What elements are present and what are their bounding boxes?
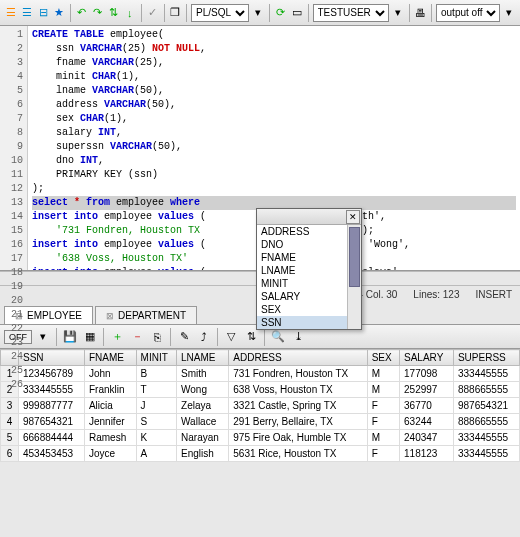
autocomplete-item[interactable]: MINIT [257,277,347,290]
dropdown3-icon[interactable]: ▾ [502,4,516,22]
column-header[interactable]: SSN [19,350,85,366]
undo-icon[interactable]: ↶ [75,4,89,22]
redo-icon[interactable]: ↷ [91,4,105,22]
refresh-icon[interactable]: ⟳ [274,4,288,22]
copy-icon[interactable]: ❐ [168,4,182,22]
language-select[interactable]: PL/SQL [191,4,249,22]
status-mode: INSERT [476,289,513,300]
down-icon[interactable]: ↓ [123,4,137,22]
goto-icon[interactable]: ⤴ [195,328,213,346]
autocomplete-item[interactable]: LNAME [257,264,347,277]
plus-icon[interactable]: ＋ [108,328,126,346]
close-icon[interactable]: ⊠ [106,311,114,321]
minus-icon[interactable]: － [128,328,146,346]
export-icon[interactable]: ⤓ [289,328,307,346]
result-grid: SSNFNAMEMINITLNAMEADDRESSSEXSALARYSUPERS… [0,349,520,462]
column-header[interactable]: SALARY [400,350,454,366]
close-icon[interactable]: ✕ [346,210,360,224]
print-icon[interactable]: 🖶 [413,4,427,22]
autocomplete-list[interactable]: ADDRESSDNOFNAMELNAMEMINITSALARYSEXSSN [257,225,347,329]
autocomplete-item[interactable]: SALARY [257,290,347,303]
edit-icon[interactable]: ✎ [175,328,193,346]
tree-icon[interactable]: ⊟ [36,4,50,22]
autocomplete-item[interactable]: ADDRESS [257,225,347,238]
list2-icon[interactable]: ☰ [20,4,34,22]
tab-department[interactable]: ⊠DEPARTMENT [95,306,197,324]
dup-icon[interactable]: ⎘ [148,328,166,346]
autocomplete-scrollbar[interactable] [347,225,361,329]
table-row[interactable]: 6453453453JoyceAEnglish5631 Rice, Housto… [1,446,520,462]
table-row[interactable]: 5666884444RameshKNarayan975 Fire Oak, Hu… [1,430,520,446]
column-header[interactable]: SUPERSS [453,350,519,366]
list-icon[interactable]: ☰ [4,4,18,22]
column-header[interactable]: ADDRESS [229,350,367,366]
column-header[interactable]: MINIT [136,350,176,366]
column-header[interactable]: LNAME [177,350,229,366]
column-header[interactable]: FNAME [84,350,136,366]
autocomplete-item[interactable]: SEX [257,303,347,316]
status-lines: Lines: 123 [413,289,459,300]
user-select[interactable]: TESTUSER [313,4,389,22]
dropdown2-icon[interactable]: ▾ [391,4,405,22]
find-icon[interactable]: 🔍 [269,328,287,346]
dropdown-icon[interactable]: ▾ [251,4,265,22]
data-table[interactable]: SSNFNAMEMINITLNAMEADDRESSSEXSALARYSUPERS… [0,349,520,462]
dropdown-icon[interactable]: ▾ [34,328,52,346]
save-icon[interactable]: 💾 [61,328,79,346]
sort-icon[interactable]: ⇅ [242,328,260,346]
page-icon[interactable]: ▭ [290,4,304,22]
code-editor: 1234567891011121314151617181920212223242… [0,26,520,271]
column-header[interactable]: SEX [367,350,399,366]
table-row[interactable]: 4987654321JenniferSWallace291 Berry, Bel… [1,414,520,430]
autocomplete-item[interactable]: SSN [257,316,347,329]
star-icon[interactable]: ★ [52,4,66,22]
output-select[interactable]: output off [436,4,500,22]
table-row[interactable]: 3999887777AliciaJZelaya3321 Castle, Spri… [1,398,520,414]
line-gutter: 1234567891011121314151617181920212223242… [0,26,28,270]
table-row[interactable]: 1123456789JohnBSmith731 Fondren, Houston… [1,366,520,382]
main-toolbar: ☰ ☰ ⊟ ★ ↶ ↷ ⇅ ↓ ✓ ❐ PL/SQL ▾ ⟳ ▭ TESTUSE… [0,0,520,26]
table-row[interactable]: 2333445555FranklinTWong638 Voss, Houston… [1,382,520,398]
autocomplete-item[interactable]: FNAME [257,251,347,264]
check-icon[interactable]: ✓ [146,4,160,22]
grid-add-icon[interactable]: ▦ [81,328,99,346]
autocomplete-popup: ✕ ADDRESSDNOFNAMELNAMEMINITSALARYSEXSSN [256,208,362,330]
autocomplete-item[interactable]: DNO [257,238,347,251]
filter-icon[interactable]: ▽ [222,328,240,346]
swap-icon[interactable]: ⇅ [107,4,121,22]
